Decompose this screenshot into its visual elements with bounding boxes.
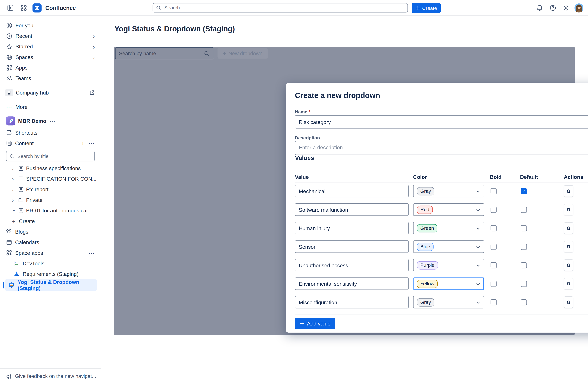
space-apps-more-icon[interactable]: ⋯	[88, 249, 95, 256]
confluence-home-link[interactable]: Confluence	[33, 3, 76, 12]
sidebar-item-recent[interactable]: Recent ›	[0, 31, 101, 41]
sidebar-item-more[interactable]: ⋯ More	[0, 102, 101, 112]
space-app-yogi-status-dropdown[interactable]: Yogi Status & Dropdown (Staging)	[3, 279, 98, 291]
value-row: Gray	[295, 296, 588, 315]
default-checkbox[interactable]	[521, 299, 527, 305]
add-content-icon[interactable]: +	[81, 140, 84, 146]
add-value-button[interactable]: Add value	[295, 318, 335, 329]
delete-value-button[interactable]	[564, 296, 573, 308]
default-checkbox[interactable]	[521, 262, 527, 269]
color-select[interactable]: Red	[413, 203, 484, 216]
trash-icon	[567, 262, 571, 268]
sidebar-title-search[interactable]	[6, 151, 95, 161]
settings-button[interactable]	[561, 3, 571, 13]
column-value: Value	[295, 174, 309, 180]
tree-create-button[interactable]: + Create	[0, 216, 101, 226]
color-select[interactable]: Gray	[413, 185, 484, 197]
bold-checkbox[interactable]	[491, 188, 497, 194]
color-select[interactable]: Gray	[413, 296, 484, 308]
chevron-down-icon	[476, 189, 481, 194]
delete-value-button[interactable]	[564, 259, 573, 271]
apps-grid-icon	[6, 65, 13, 71]
color-select[interactable]: Purple	[413, 259, 484, 271]
global-search-input[interactable]	[164, 5, 404, 11]
collapse-sidebar-button[interactable]	[5, 3, 15, 13]
tree-item-br-01[interactable]: • BR-01 for autonomous car	[0, 205, 101, 216]
value-input[interactable]	[295, 222, 409, 234]
tree-item-specification[interactable]: › SPECIFICATION FOR CON...	[0, 173, 101, 184]
color-pill: Purple	[417, 261, 438, 270]
delete-value-button[interactable]	[564, 278, 573, 290]
chevron-right-icon[interactable]: ›	[12, 176, 16, 181]
delete-value-button[interactable]	[564, 241, 573, 252]
content-more-icon[interactable]: ⋯	[88, 140, 95, 147]
default-checkbox[interactable]	[521, 281, 527, 287]
color-select[interactable]: Yellow	[413, 277, 484, 290]
tree-item-business-specifications[interactable]: › Business specifications	[0, 163, 101, 173]
global-search[interactable]	[153, 3, 408, 12]
chevron-right-icon[interactable]: ›	[12, 165, 16, 171]
bold-checkbox[interactable]	[491, 207, 497, 213]
bold-checkbox[interactable]	[491, 262, 497, 269]
description-input[interactable]	[295, 141, 588, 155]
sidebar-item-calendars[interactable]: Calendars	[0, 237, 101, 248]
user-avatar[interactable]	[574, 3, 583, 12]
app-switcher-button[interactable]	[19, 3, 29, 13]
sidebar-item-company-hub[interactable]: Company hub	[0, 87, 101, 98]
sidebar-item-starred[interactable]: Starred ›	[0, 41, 101, 52]
name-input[interactable]	[295, 115, 588, 128]
column-actions: Actions	[564, 174, 583, 180]
value-input[interactable]	[295, 277, 409, 290]
notifications-button[interactable]	[535, 3, 545, 13]
sidebar-item-space-apps[interactable]: Space apps ⋯	[0, 248, 101, 258]
sidebar-item-apps[interactable]: Apps	[0, 62, 101, 73]
sidebar-item-spaces[interactable]: Spaces ›	[0, 52, 101, 62]
selected-indicator-bar	[3, 282, 4, 288]
chevron-right-icon[interactable]: ›	[12, 197, 16, 203]
default-checkbox[interactable]	[521, 207, 527, 213]
delete-value-button[interactable]	[564, 185, 573, 197]
delete-value-button[interactable]	[564, 222, 573, 234]
clock-icon	[6, 33, 13, 39]
sidebar-item-for-you[interactable]: For you	[0, 20, 101, 31]
help-button[interactable]	[548, 3, 558, 13]
value-input[interactable]	[295, 240, 409, 253]
content-pages-icon	[6, 140, 12, 146]
bold-checkbox[interactable]	[491, 225, 497, 231]
chevron-down-icon	[476, 245, 481, 249]
column-color: Color	[413, 174, 427, 180]
new-dropdown-button: + New dropdown	[217, 48, 268, 59]
sidebar-item-shortcuts[interactable]: Shortcuts	[0, 127, 101, 138]
plus-icon	[415, 5, 420, 10]
star-icon	[6, 43, 13, 50]
bold-checkbox[interactable]	[491, 299, 497, 305]
default-checkbox[interactable]	[521, 225, 527, 231]
space-app-devtools[interactable]: DevTools	[0, 258, 101, 269]
create-button[interactable]: Create	[412, 3, 441, 13]
space-app-requirements-staging[interactable]: Requirements (Staging)	[0, 269, 101, 279]
confluence-app: Confluence Create	[0, 0, 588, 384]
value-input[interactable]	[295, 185, 409, 197]
color-select[interactable]: Blue	[413, 240, 484, 253]
default-checkbox[interactable]	[521, 244, 527, 250]
sidebar-item-teams[interactable]: Teams	[0, 73, 101, 84]
color-select[interactable]: Green	[413, 222, 484, 234]
search-icon	[204, 50, 210, 56]
value-input[interactable]	[295, 259, 409, 271]
value-input[interactable]	[295, 203, 409, 216]
main-content: Yogi Status & Dropdown (Staging) Search …	[101, 15, 588, 384]
value-input[interactable]	[295, 296, 409, 308]
chevron-right-icon[interactable]: ›	[12, 187, 16, 192]
sidebar-item-blogs[interactable]: Blogs	[0, 226, 101, 237]
title-search-input[interactable]	[17, 153, 91, 159]
feedback-link[interactable]: Give feedback on the new navigat...	[0, 368, 101, 384]
sidebar-item-content[interactable]: Content + ⋯	[0, 138, 101, 148]
tree-item-private[interactable]: › Private	[0, 195, 101, 205]
tree-item-ry-report[interactable]: › RY report	[0, 184, 101, 195]
space-more-icon[interactable]: ⋯	[49, 117, 56, 125]
delete-value-button[interactable]	[564, 204, 573, 215]
bold-checkbox[interactable]	[491, 281, 497, 287]
space-header[interactable]: MBR Demo ⋯	[0, 114, 101, 127]
default-checkbox[interactable]	[521, 188, 527, 194]
bold-checkbox[interactable]	[491, 244, 497, 250]
